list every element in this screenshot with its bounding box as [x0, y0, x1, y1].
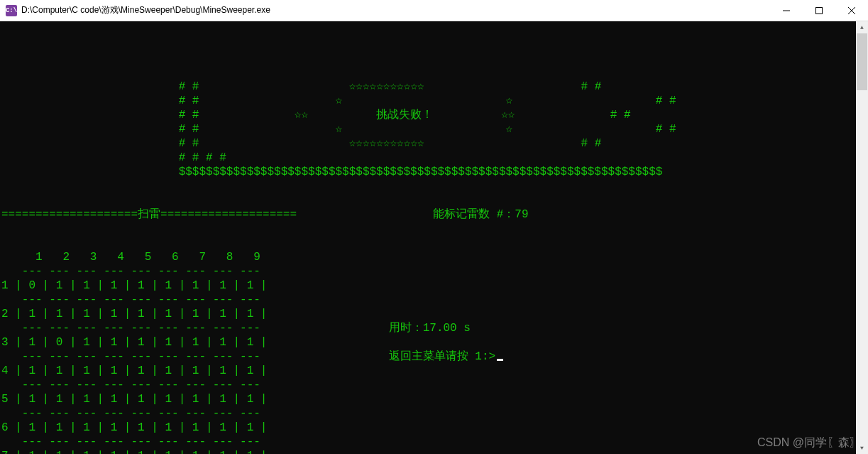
maximize-button[interactable]	[803, 0, 835, 21]
time-line: 用时：17.00 s	[389, 321, 503, 335]
window-controls	[770, 0, 868, 21]
right-info: 用时：17.00 s 返回主菜单请按 1:>	[304, 250, 503, 364]
banner-row: $$$$$$$$$$$$$$$$$$$$$$$$$$$$$$$$$$$$$$$$…	[1, 165, 868, 179]
banner: # # ☆☆☆☆☆☆☆☆☆☆☆ # # # # ☆ ☆ # # # #	[1, 80, 868, 179]
spacer	[389, 279, 503, 293]
row-separator: --- --- --- --- --- --- --- --- ---	[1, 264, 304, 279]
banner-row: # # ☆☆☆☆☆☆☆☆☆☆☆ # #	[1, 136, 868, 151]
row-separator: --- --- --- --- --- --- --- --- ---	[1, 350, 304, 364]
grid-row: 4 | 1 | 1 | 1 | 1 | 1 | 1 | 1 | 1 | 1 |	[1, 364, 304, 378]
scrollbar-thumb[interactable]	[857, 33, 867, 90]
spacer	[389, 264, 503, 279]
cursor	[497, 359, 503, 361]
banner-row: # # ☆ ☆ # #	[1, 122, 868, 136]
prompt-line[interactable]: 返回主菜单请按 1:>	[389, 350, 503, 364]
grid-row: 3 | 1 | 0 | 1 | 1 | 1 | 1 | 1 | 1 | 1 |	[1, 335, 304, 350]
banner-row: # # ☆☆☆☆☆☆☆☆☆☆☆ # #	[1, 80, 868, 94]
scroll-up-button[interactable]: ▲	[856, 21, 868, 33]
titlebar: C:\ D:\Computer\C code\游戏\MineSweeper\De…	[0, 0, 868, 21]
grid-area: 1 2 3 4 5 6 7 8 9 --- --- --- --- --- --…	[1, 250, 868, 454]
app-icon: C:\	[6, 5, 17, 16]
minefield-grid: 1 2 3 4 5 6 7 8 9 --- --- --- --- --- --…	[1, 250, 304, 454]
spacer	[389, 293, 503, 307]
grid-row: 2 | 1 | 1 | 1 | 1 | 1 | 1 | 1 | 1 | 1 |	[1, 307, 304, 321]
spacer	[389, 335, 503, 350]
grid-row: 6 | 1 | 1 | 1 | 1 | 1 | 1 | 1 | 1 | 1 |	[1, 421, 304, 435]
banner-row: # # # #	[1, 151, 868, 165]
window-title: D:\Computer\C code\游戏\MineSweeper\Debug\…	[21, 4, 770, 16]
grid-row: 7 | 1 | 1 | 1 | 1 | 1 | 1 | 1 | 1 | 1 |	[1, 449, 304, 454]
spacer	[389, 250, 503, 264]
console-content: # # ☆☆☆☆☆☆☆☆☆☆☆ # # # # ☆ ☆ # # # #	[0, 50, 868, 454]
mines-remaining-line: ====================扫雷==================…	[1, 207, 868, 222]
row-separator: --- --- --- --- --- --- --- --- ---	[1, 293, 304, 307]
svg-rect-1	[816, 7, 823, 13]
console-area[interactable]: # # ☆☆☆☆☆☆☆☆☆☆☆ # # # # ☆ ☆ # # # #	[0, 21, 868, 454]
vertical-scrollbar[interactable]: ▲ ▼	[856, 21, 868, 454]
row-separator: --- --- --- --- --- --- --- --- ---	[1, 406, 304, 421]
banner-row: # # ☆ ☆ # #	[1, 94, 868, 108]
banner-row: # # ☆☆ 挑战失败！ ☆☆ # #	[1, 108, 868, 122]
grid-row: 5 | 1 | 1 | 1 | 1 | 1 | 1 | 1 | 1 | 1 |	[1, 392, 304, 406]
grid-row: 1 | 0 | 1 | 1 | 1 | 1 | 1 | 1 | 1 | 1 |	[1, 279, 304, 293]
row-separator: --- --- --- --- --- --- --- --- ---	[1, 435, 304, 449]
close-button[interactable]	[835, 0, 868, 21]
watermark: CSDN @同学〖森〗	[757, 436, 861, 450]
row-separator: --- --- --- --- --- --- --- --- ---	[1, 378, 304, 392]
minimize-button[interactable]	[770, 0, 803, 21]
spacer	[389, 307, 503, 321]
column-headers: 1 2 3 4 5 6 7 8 9	[1, 250, 304, 264]
row-separator: --- --- --- --- --- --- --- --- ---	[1, 321, 304, 335]
